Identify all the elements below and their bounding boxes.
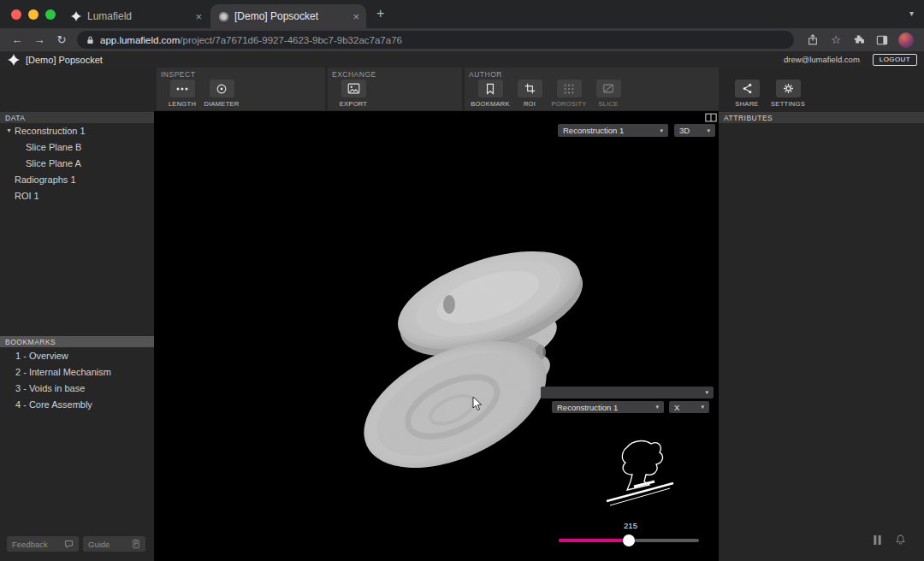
export-image-icon xyxy=(341,80,366,97)
share-tool-button[interactable]: SHARE xyxy=(730,80,764,108)
slice-slider-fill xyxy=(559,539,629,542)
tab-search-chevron-icon[interactable]: ▾ xyxy=(909,9,914,18)
view-mode-select[interactable]: 3D ▾ xyxy=(674,124,715,137)
pause-render-button[interactable] xyxy=(869,532,885,547)
window-zoom-button[interactable] xyxy=(45,9,56,20)
app-header: [Demo] Popsocket drew@lumafield.com LOGO… xyxy=(0,51,924,68)
attributes-sidebar: ATTRIBUTES xyxy=(719,111,924,561)
profile-avatar[interactable] xyxy=(898,32,914,48)
diameter-circle-icon xyxy=(210,80,234,97)
tab-close-icon[interactable]: × xyxy=(352,11,359,22)
extensions-puzzle-icon[interactable] xyxy=(852,33,866,47)
columns-panel-icon xyxy=(705,113,717,122)
pause-icon xyxy=(873,534,882,546)
tab-label: [Demo] Popsocket xyxy=(234,10,347,22)
chevron-down-icon: ▾ xyxy=(705,389,708,396)
group-label: INSPECT xyxy=(161,70,195,79)
attributes-panel-toggle-button[interactable] xyxy=(703,111,718,123)
forward-button[interactable]: → xyxy=(29,33,50,46)
slice-preview-thumbnail[interactable] xyxy=(601,439,680,517)
user-email: drew@lumafield.com xyxy=(784,55,860,64)
tree-item-slice-plane-a[interactable]: Slice Plane A xyxy=(0,155,154,171)
bookmark-item-overview[interactable]: 1 - Overview xyxy=(0,347,154,363)
roi-tool-button[interactable]: ROI xyxy=(512,80,547,108)
slice-panel-collapse-bar[interactable]: ▾ xyxy=(541,387,714,399)
bookmarks-list: 1 - Overview 2 - Internal Mechanism 3 - … xyxy=(0,347,154,412)
toolbar-group-exchange: EXCHANGE EXPORT xyxy=(328,68,462,110)
bookmark-item-core-assembly[interactable]: 4 - Core Assembly xyxy=(0,396,154,412)
bell-icon xyxy=(895,534,906,546)
slice-axis-select[interactable]: X ▾ xyxy=(669,401,709,413)
chevron-down-icon: ▾ xyxy=(707,127,710,134)
mouse-cursor xyxy=(472,396,483,411)
new-tab-button[interactable]: + xyxy=(376,6,384,21)
slice-slider-handle[interactable] xyxy=(623,534,635,546)
window-close-button[interactable] xyxy=(11,9,21,20)
tab-lumafield[interactable]: Lumafield × xyxy=(63,4,209,28)
logout-button[interactable]: LOGOUT xyxy=(873,54,917,66)
lock-icon[interactable] xyxy=(86,35,95,45)
settings-tool-button[interactable]: SETTINGS xyxy=(771,80,805,108)
slice-plane-icon xyxy=(596,80,621,97)
notifications-button[interactable] xyxy=(892,532,908,547)
tree-expand-chevron-icon[interactable]: ▾ xyxy=(3,127,15,134)
feedback-button[interactable]: Feedback xyxy=(7,536,79,552)
tab-label: Lumafield xyxy=(87,10,190,22)
window-minimize-button[interactable] xyxy=(28,9,38,20)
address-bar-actions: ☆ ⋮ xyxy=(806,32,924,48)
length-tool-button[interactable]: LENGTH xyxy=(165,80,199,108)
porosity-dots-icon xyxy=(557,80,582,97)
tree-item-reconstruction-1[interactable]: ▾ Reconstruction 1 xyxy=(0,122,154,139)
url-omnibox[interactable]: app.lumafield.com/project/7a7671d6-9927-… xyxy=(77,31,794,49)
reconstruction-select[interactable]: Reconstruction 1 ▾ xyxy=(558,124,668,137)
chevron-down-icon: ▾ xyxy=(655,404,659,410)
toolbar-group-global: SHARE SETTINGS xyxy=(730,80,805,108)
toolbar-group-author: AUTHOR BOOKMARK ROI POROSITY xyxy=(465,68,719,110)
gear-icon xyxy=(776,80,801,97)
crop-icon xyxy=(518,80,542,97)
lumafield-favicon-icon xyxy=(70,10,82,22)
bookmark-tool-button[interactable]: BOOKMARK xyxy=(473,80,507,108)
tab-close-icon[interactable]: × xyxy=(195,11,202,22)
tree-item-slice-plane-b[interactable]: Slice Plane B xyxy=(0,139,154,155)
bookmark-item-internal-mechanism[interactable]: 2 - Internal Mechanism xyxy=(0,363,154,380)
lumafield-logo-icon[interactable] xyxy=(7,53,20,66)
bookmark-star-icon[interactable]: ☆ xyxy=(829,33,843,47)
chevron-down-icon: ▾ xyxy=(701,404,704,410)
bookmark-icon xyxy=(478,80,503,97)
browser-tab-strip: Lumafield × [Demo] Popsocket × + ▾ xyxy=(0,0,924,28)
data-sidebar: DATA ▾ Reconstruction 1 Slice Plane B Sl… xyxy=(0,111,154,561)
app-window: Lumafield × [Demo] Popsocket × + ▾ ← → ↻… xyxy=(0,0,924,561)
attributes-panel-header: ATTRIBUTES xyxy=(719,112,924,123)
export-tool-button[interactable]: EXPORT xyxy=(336,80,370,108)
tree-item-roi-1[interactable]: ROI 1 xyxy=(0,187,154,204)
length-dots-icon xyxy=(170,80,195,97)
share-nodes-icon xyxy=(735,80,760,97)
slice-index-value: 215 xyxy=(613,521,648,530)
porosity-tool-button[interactable]: POROSITY xyxy=(552,80,586,108)
tab-demo-popsocket[interactable]: [Demo] Popsocket × xyxy=(210,4,366,28)
slice-reconstruction-select[interactable]: Reconstruction 1 ▾ xyxy=(552,401,664,413)
data-tree: ▾ Reconstruction 1 Slice Plane B Slice P… xyxy=(0,122,154,204)
browser-address-bar: ← → ↻ app.lumafield.com/project/7a7671d6… xyxy=(0,28,924,51)
slice-tool-button[interactable]: SLICE xyxy=(591,80,625,108)
side-panel-icon[interactable] xyxy=(875,33,889,47)
guide-button[interactable]: Guide xyxy=(83,536,145,552)
3d-viewport[interactable]: Reconstruction 1 ▾ 3D ▾ ▾ Reconstruction… xyxy=(154,111,719,561)
diameter-tool-button[interactable]: DIAMETER xyxy=(204,80,239,108)
toolbar-group-inspect: INSPECT LENGTH DIAMETER xyxy=(157,68,325,110)
reload-button[interactable]: ↻ xyxy=(51,33,72,46)
share-page-icon[interactable] xyxy=(806,33,820,47)
bookmark-item-voids-in-base[interactable]: 3 - Voids in base xyxy=(0,380,154,396)
guide-document-icon xyxy=(132,539,140,549)
url-text: app.lumafield.com/project/7a7671d6-9927-… xyxy=(100,35,402,45)
macos-window-controls xyxy=(11,9,56,20)
site-favicon-icon xyxy=(217,10,229,22)
bookmarks-panel-header: BOOKMARKS xyxy=(0,336,154,347)
tree-item-radiographs-1[interactable]: Radiographs 1 xyxy=(0,171,154,187)
chevron-down-icon: ▾ xyxy=(660,127,663,134)
project-title: [Demo] Popsocket xyxy=(26,55,103,65)
group-label: AUTHOR xyxy=(469,70,502,79)
group-label: EXCHANGE xyxy=(332,70,376,79)
back-button[interactable]: ← xyxy=(7,33,27,46)
